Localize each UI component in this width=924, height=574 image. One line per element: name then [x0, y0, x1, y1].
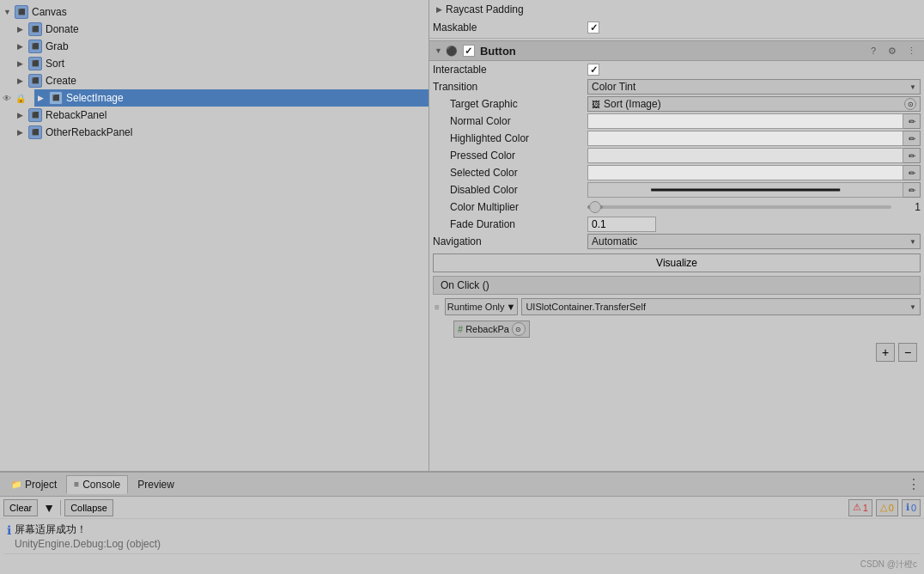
clear-dropdown-arrow[interactable]: ▼	[41, 501, 57, 515]
highlighted-color-label: Highlighted Color	[433, 132, 587, 144]
component-help-btn[interactable]: ?	[866, 43, 881, 58]
tree-label-otherrebackpanel: OtherRebackPanel	[46, 126, 132, 138]
pressed-color-swatch[interactable]	[587, 148, 903, 163]
component-settings-btn[interactable]: ⚙	[884, 43, 900, 58]
target-graphic-picker-btn[interactable]: ⊙	[904, 98, 916, 110]
warn-count: 0	[889, 503, 894, 513]
eye-icon[interactable]: 👁	[0, 91, 14, 105]
color-multiplier-row: Color Multiplier 1	[429, 198, 924, 216]
tree-item-create[interactable]: ▶ Create	[14, 72, 429, 89]
disabled-color-swatch[interactable]	[587, 182, 903, 198]
console-tab-label: Console	[82, 479, 120, 491]
runtime-dropdown[interactable]: Runtime Only ▼	[445, 298, 519, 315]
raycast-padding-row: ▶ Raycast Padding	[429, 0, 924, 19]
remove-onclick-btn[interactable]: −	[898, 343, 917, 362]
selected-color-swatch[interactable]	[587, 165, 903, 180]
clear-button[interactable]: Clear	[3, 499, 38, 516]
tree-item-rebackpanel[interactable]: ▶ RebackPanel	[14, 107, 429, 124]
tree-label-donate: Donate	[46, 23, 79, 35]
navigation-row: Navigation Automatic ▼	[429, 233, 924, 250]
project-tab-label: Project	[25, 479, 57, 491]
onclick-object-row: # RebackPa ⊙	[429, 319, 924, 339]
interactable-checkbox[interactable]	[587, 64, 599, 76]
drag-handle[interactable]: ≡	[433, 302, 441, 312]
raycast-padding-label: Raycast Padding	[446, 3, 600, 15]
onclick-label: On Click ()	[441, 279, 489, 291]
tree-icon-sort	[28, 57, 42, 70]
component-more-btn[interactable]: ⋮	[903, 43, 919, 58]
color-multiplier-slider[interactable]	[587, 205, 891, 209]
object-tag[interactable]: # RebackPa ⊙	[453, 321, 530, 338]
navigation-dropdown[interactable]: Automatic ▼	[587, 234, 921, 249]
highlighted-color-swatch[interactable]	[587, 131, 903, 146]
tabs-more-btn[interactable]: ⋮	[907, 476, 921, 492]
log-text-0: 屏幕适屏成功！ UnityEngine.Debug:Log (object)	[15, 522, 161, 552]
collapse-button[interactable]: Collapse	[64, 499, 113, 516]
warn-badge[interactable]: △ 0	[876, 499, 898, 516]
tree-item-donate[interactable]: ▶ Donate	[14, 21, 429, 38]
tab-preview[interactable]: Preview	[130, 475, 182, 494]
maskable-checkbox[interactable]	[587, 21, 599, 34]
visualize-button[interactable]: Visualize	[433, 253, 921, 272]
tree-icon-rebackpanel	[28, 108, 42, 122]
error-icon: ⚠	[853, 502, 861, 513]
slider-thumb[interactable]	[589, 201, 601, 213]
transition-dropdown-label: Color Tint	[592, 81, 909, 93]
component-visibility-btn[interactable]: ⚫	[446, 46, 458, 57]
onclick-header: On Click ()	[433, 276, 921, 295]
function-field[interactable]: UISlotContainer.TransferSelf ▼	[521, 298, 921, 315]
tree-label-canvas: Canvas	[32, 6, 67, 18]
selected-color-eyedropper[interactable]: ✏	[903, 165, 921, 180]
object-picker-btn[interactable]: ⊙	[512, 322, 526, 336]
selected-color-row: Selected Color ✏	[429, 164, 924, 181]
raycast-expand-arrow[interactable]: ▶	[436, 5, 442, 14]
error-badge[interactable]: ⚠ 1	[848, 499, 872, 516]
disabled-color-eyedropper[interactable]: ✏	[903, 182, 921, 198]
color-multiplier-display: 1	[895, 201, 921, 213]
component-enable-checkbox[interactable]	[463, 45, 475, 57]
tree-item-otherrebackpanel[interactable]: ▶ OtherRebackPanel	[14, 124, 429, 141]
target-graphic-icon: 🖼	[592, 100, 600, 109]
tree-arrow-rebackpanel: ▶	[17, 111, 27, 119]
transition-dropdown[interactable]: Color Tint ▼	[587, 79, 921, 95]
add-onclick-btn[interactable]: +	[876, 343, 895, 362]
tree-item-selectimage[interactable]: ▶ SelectImage	[34, 89, 429, 107]
normal-color-eyedropper[interactable]: ✏	[903, 113, 921, 129]
fade-duration-input[interactable]	[587, 217, 656, 232]
separator-1	[429, 38, 924, 39]
navigation-dropdown-arrow: ▼	[909, 238, 916, 246]
console-content: ℹ 屏幕适屏成功！ UnityEngine.Debug:Log (object)	[0, 519, 924, 574]
pressed-color-eyedropper[interactable]: ✏	[903, 148, 921, 163]
console-tab-icon: ≡	[74, 479, 79, 489]
log-entry-0[interactable]: ℹ 屏幕适屏成功！ UnityEngine.Debug:Log (object)	[3, 521, 921, 554]
maskable-row: Maskable	[429, 19, 924, 36]
info-badge[interactable]: ℹ 0	[902, 499, 921, 516]
info-icon: ℹ	[906, 502, 909, 513]
highlighted-color-eyedropper[interactable]: ✏	[903, 131, 921, 146]
tree-item-canvas[interactable]: ▼ Canvas	[0, 3, 429, 21]
tab-console[interactable]: ≡ Console	[66, 475, 128, 494]
component-collapse-arrow[interactable]: ▼	[435, 46, 442, 55]
normal-color-swatch[interactable]	[587, 113, 903, 129]
toolbar-divider-1	[60, 500, 61, 516]
tree-item-grab[interactable]: ▶ Grab	[14, 38, 429, 55]
normal-color-field-row: ✏	[587, 113, 921, 129]
tree-item-sort[interactable]: ▶ Sort	[14, 55, 429, 72]
tree-icon-canvas	[15, 5, 28, 19]
onclick-row: ≡ Runtime Only ▼ UISlotContainer.Transfe…	[429, 295, 924, 319]
tree-icon-otherrebackpanel	[28, 125, 42, 139]
eye-lock-area: 👁 🔒	[0, 91, 34, 105]
selected-color-value: ✏	[587, 165, 921, 180]
log-message-cn: 屏幕适屏成功！	[15, 522, 161, 537]
component-title: Button	[480, 45, 862, 58]
lock-icon[interactable]: 🔒	[14, 91, 27, 105]
target-graphic-value: 🖼 Sort (Image) ⊙	[587, 96, 921, 112]
tree-icon-selectimage	[49, 91, 63, 105]
interactable-row: Interactable	[429, 61, 924, 78]
target-graphic-field[interactable]: 🖼 Sort (Image) ⊙	[587, 96, 921, 112]
transition-value: Color Tint ▼	[587, 79, 921, 95]
target-graphic-row: Target Graphic 🖼 Sort (Image) ⊙	[429, 95, 924, 113]
tab-project[interactable]: 📁 Project	[3, 475, 64, 494]
inspector-panel: ▶ Raycast Padding Maskable ▼ ⚫ Button ? …	[429, 0, 924, 471]
tree-arrow-grab: ▶	[17, 42, 27, 51]
